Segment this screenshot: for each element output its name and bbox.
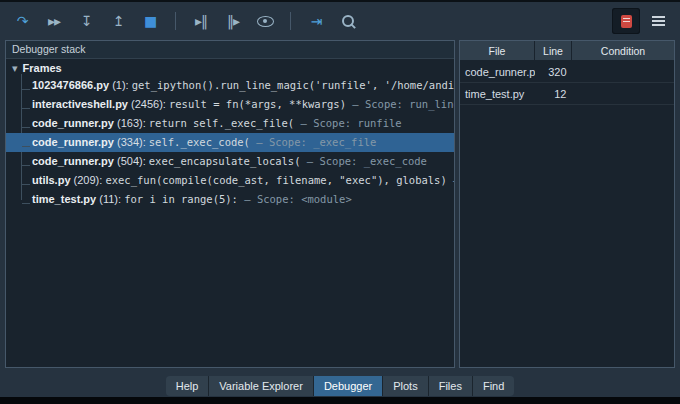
eye-icon <box>257 16 274 27</box>
frame-scope: — Scope: <module> <box>238 193 352 205</box>
tab-plots[interactable]: Plots <box>383 376 428 396</box>
continue-button[interactable]: ↷ <box>8 8 36 34</box>
run-from-line-button[interactable]: ‖▸ <box>219 8 247 34</box>
frame-scope: — Scope: _exec_code <box>301 155 427 167</box>
exit-debugger-button[interactable]: ⇥ <box>302 8 330 34</box>
breakpoints-panel: FileLineCondition code_runner.py320time_… <box>459 40 675 368</box>
chevron-down-icon: ▾ <box>12 62 18 75</box>
debugger-stack-title: Debugger stack <box>6 41 454 59</box>
frame-code: self._exec_code( <box>149 136 250 148</box>
frame-filename: code_runner.py <box>32 136 114 148</box>
breakpoint-file: time_test.py <box>460 83 535 105</box>
frame-filename: interactiveshell.py <box>32 98 128 110</box>
tab-files[interactable]: Files <box>429 376 473 396</box>
frame-filename: 1023476866.py <box>32 79 109 91</box>
frame-row[interactable]: utils.py (209): exec_fun(compile(code_as… <box>6 171 454 190</box>
frame-code: return self._exec_file( <box>149 117 294 129</box>
frame-filename: utils.py <box>32 174 71 186</box>
frame-row[interactable]: code_runner.py (504): exec_encapsulate_l… <box>6 152 454 171</box>
frame-row[interactable]: time_test.py (11): for i in range(5): — … <box>6 190 454 209</box>
main-content: Debugger stack ▾Frames 1023476866.py (1)… <box>0 40 680 368</box>
breakpoint-line: 320 <box>535 61 572 83</box>
frame-row[interactable]: code_runner.py (334): self._exec_code( —… <box>6 133 454 152</box>
debug-toolbar-right-group <box>612 8 672 34</box>
step-over-button[interactable]: ▸▸ <box>40 8 68 34</box>
tab-find[interactable]: Find <box>473 376 514 396</box>
toolbar-separator <box>175 12 176 30</box>
tab-help[interactable]: Help <box>166 376 210 396</box>
run-to-line-icon: ▸‖ <box>195 14 207 28</box>
frame-row[interactable]: interactiveshell.py (2456): result = fn(… <box>6 95 454 114</box>
frame-scope: — Scope: runfile <box>294 117 401 129</box>
frame-scope: — Scope: run_line_magic <box>346 98 454 110</box>
run-from-line-icon: ‖▸ <box>227 14 239 28</box>
frame-code: for i in range(5): <box>124 193 238 205</box>
column-header-condition[interactable]: Condition <box>572 41 675 61</box>
debug-toolbar-left-group: ↷▸▸↧↥■▸‖‖▸⇥ <box>8 8 362 34</box>
search-button[interactable] <box>334 8 362 34</box>
debugger-stack-panel: Debugger stack ▾Frames 1023476866.py (1)… <box>5 40 455 368</box>
frame-line-number: (2456): <box>128 98 169 110</box>
run-to-line-button[interactable]: ▸‖ <box>187 8 215 34</box>
step-return-button[interactable]: ↥ <box>104 8 132 34</box>
breakpoint-condition <box>572 83 675 105</box>
debug-file-button[interactable] <box>612 8 640 34</box>
frames-list: 1023476866.py (1): get_ipython().run_lin… <box>6 76 454 209</box>
breakpoint-condition <box>572 61 675 83</box>
debug-toolbar: ↷▸▸↧↥■▸‖‖▸⇥ <box>0 2 680 40</box>
frame-filename: code_runner.py <box>32 117 114 129</box>
frame-line-number: (504): <box>114 155 149 167</box>
continue-icon: ↷ <box>17 14 28 28</box>
step-into-icon: ↧ <box>81 14 92 28</box>
frame-code: result = fn(*args, **kwargs) <box>169 98 346 110</box>
window-bottom-edge <box>0 397 680 404</box>
frame-row[interactable]: code_runner.py (163): return self._exec_… <box>6 114 454 133</box>
frame-scope: — Scope: _exec_file <box>250 136 376 148</box>
tab-variable-explorer[interactable]: Variable Explorer <box>209 376 314 396</box>
frame-code: exec_fun(compile(code_ast, filename, "ex… <box>105 174 446 186</box>
step-into-button[interactable]: ↧ <box>72 8 100 34</box>
frame-scope: — Scope: exec_en <box>447 174 454 186</box>
frame-line-number: (334): <box>114 136 149 148</box>
search-icon <box>342 15 354 27</box>
column-header-file[interactable]: File <box>460 41 535 61</box>
stop-button[interactable]: ■ <box>136 8 164 34</box>
tab-debugger[interactable]: Debugger <box>314 376 383 396</box>
step-over-icon: ▸▸ <box>48 14 60 28</box>
stop-icon: ■ <box>144 14 156 28</box>
frame-line-number: (1): <box>109 79 132 91</box>
breakpoints-header-row: FileLineCondition <box>460 41 674 61</box>
step-return-icon: ↥ <box>113 14 124 28</box>
column-header-line[interactable]: Line <box>535 41 572 61</box>
frame-filename: time_test.py <box>32 193 96 205</box>
frame-line-number: (209): <box>71 174 106 186</box>
frame-code: get_ipython().run_line_magic('runfile', … <box>132 79 454 91</box>
frame-row[interactable]: 1023476866.py (1): get_ipython().run_lin… <box>6 76 454 95</box>
frames-label: Frames <box>23 62 62 74</box>
frame-line-number: (163): <box>114 117 149 129</box>
hamburger-menu-icon <box>652 20 665 22</box>
toolbar-separator <box>290 12 291 30</box>
hamburger-menu-button[interactable] <box>644 8 672 34</box>
frame-filename: code_runner.py <box>32 155 114 167</box>
exit-debugger-icon: ⇥ <box>311 14 322 28</box>
breakpoints-table: FileLineCondition code_runner.py320time_… <box>460 41 674 105</box>
breakpoint-line: 12 <box>535 83 572 105</box>
breakpoint-row[interactable]: code_runner.py320 <box>460 61 674 83</box>
eye-button[interactable] <box>251 8 279 34</box>
breakpoint-row[interactable]: time_test.py12 <box>460 83 674 105</box>
frames-tree-root[interactable]: ▾Frames <box>6 59 454 76</box>
bottom-tab-bar: HelpVariable ExplorerDebuggerPlotsFilesF… <box>0 376 680 396</box>
frame-line-number: (11): <box>96 193 124 205</box>
debug-file-icon <box>621 15 632 28</box>
breakpoint-file: code_runner.py <box>460 61 535 83</box>
frame-code: exec_encapsulate_locals( <box>149 155 301 167</box>
